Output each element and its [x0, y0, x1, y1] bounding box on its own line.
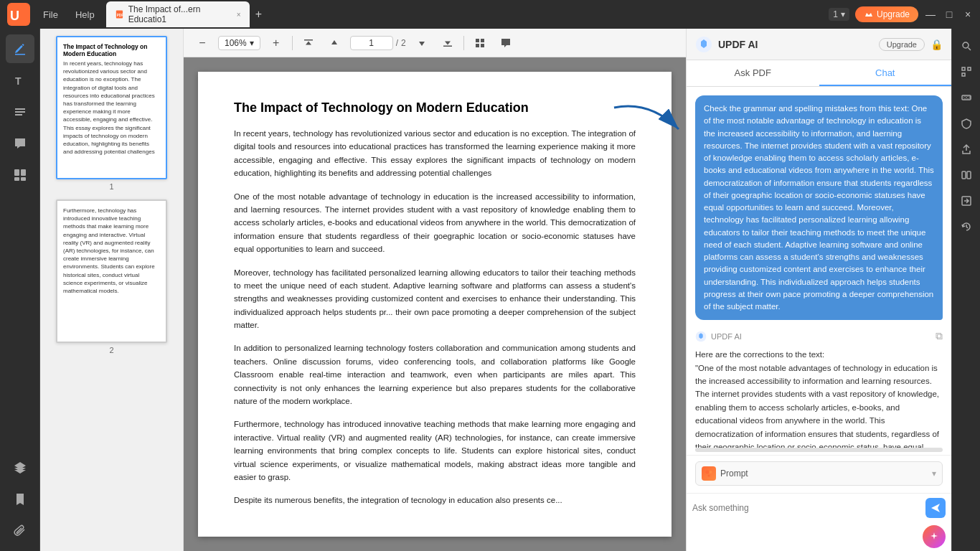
prompt-selector[interactable]: Prompt ▾	[695, 461, 943, 486]
pdf-para-4: In addition to personalized learning tec…	[234, 342, 636, 408]
ai-lock-icon[interactable]: 🔒	[930, 39, 943, 50]
sidebar-icon-comment[interactable]	[6, 129, 34, 158]
right-history-btn[interactable]	[955, 215, 978, 238]
ai-bottom-actions	[687, 522, 951, 551]
zoom-out-btn[interactable]: −	[192, 33, 212, 53]
zoom-in-btn[interactable]: +	[266, 33, 286, 53]
page-top-btn[interactable]	[298, 33, 319, 53]
new-tab-btn[interactable]: +	[251, 6, 266, 22]
titlebar-right: 1 ▾ Upgrade — □ ×	[829, 6, 974, 22]
ai-input-row	[687, 493, 951, 522]
pdf-para-2: One of the most notable advantage of tec…	[234, 190, 636, 256]
svg-rect-9	[21, 169, 26, 176]
sidebar-icon-bookmark[interactable]	[6, 485, 34, 514]
right-extract-btn[interactable]	[955, 189, 978, 212]
page-sep: /	[396, 38, 398, 48]
left-sidebar: T	[0, 29, 40, 551]
right-compare-btn[interactable]	[955, 164, 978, 187]
ai-panel-title: UPDF AI	[718, 39, 873, 50]
pdf-para-3: Moreover, technology has facilitated per…	[234, 266, 636, 332]
ai-floating-btn[interactable]	[923, 525, 946, 548]
ai-sender-label: UPDF AI	[711, 331, 742, 343]
svg-rect-13	[481, 39, 484, 42]
ai-stars-icon	[928, 531, 940, 542]
svg-text:U: U	[10, 9, 19, 23]
svg-point-21	[708, 475, 710, 477]
svg-rect-7	[15, 114, 22, 116]
pdf-title: The Impact of Technology on Modern Educa…	[234, 100, 636, 116]
ai-response-header: UPDF AI ⧉	[695, 329, 943, 344]
win-maximize[interactable]: □	[943, 8, 956, 21]
win-close[interactable]: ×	[961, 8, 974, 21]
svg-rect-24	[968, 67, 971, 70]
pdf-icon: PDF	[115, 9, 124, 19]
pdf-para-5: Furthermore, technology has introduced i…	[234, 418, 636, 484]
thumbnail-panel: The Impact of Technology on Modern Educa…	[40, 29, 184, 551]
sidebar-icon-edit[interactable]	[6, 34, 34, 63]
thumbnail-2[interactable]: Furthermore, technology has introduced i…	[47, 199, 176, 354]
ai-messages[interactable]: Check the grammar and spelling mistakes …	[687, 87, 951, 448]
sidebar-icon-pages[interactable]	[6, 161, 34, 189]
toolbar-sep-2	[463, 36, 464, 50]
svg-rect-11	[21, 177, 26, 181]
thumb-title-1: The Impact of Technology on Modern Educa…	[63, 43, 160, 57]
tab-bar: PDF The Impact of...ern Educatio1 × +	[106, 1, 824, 27]
ai-upgrade-btn[interactable]: Upgrade	[879, 38, 925, 51]
right-protect-btn[interactable]	[955, 112, 978, 135]
right-scan-btn[interactable]	[955, 60, 978, 83]
sidebar-icon-markup[interactable]	[6, 98, 34, 126]
svg-text:PDF: PDF	[116, 14, 123, 17]
ai-prompt-section: Prompt ▾	[687, 455, 951, 493]
zoom-display[interactable]: 106% ▾	[218, 36, 260, 50]
page-mode-btn[interactable]	[470, 33, 490, 53]
upgrade-button-title[interactable]: Upgrade	[855, 6, 918, 22]
ai-response-logo	[695, 331, 707, 342]
ai-tabs: Ask PDF Chat	[687, 60, 951, 87]
menu-help[interactable]: Help	[70, 6, 100, 23]
menu-file[interactable]: File	[37, 6, 64, 23]
pdf-para-1: In recent years, technology has revoluti…	[234, 127, 636, 180]
thumbnail-1[interactable]: The Impact of Technology on Modern Educa…	[47, 36, 176, 191]
thumbnail-img-1: The Impact of Technology on Modern Educa…	[56, 36, 167, 179]
tab-current[interactable]: PDF The Impact of...ern Educatio1 ×	[106, 1, 250, 27]
sidebar-icon-layers[interactable]	[6, 453, 34, 482]
user-message-bubble: Check the grammar and spelling mistakes …	[695, 95, 943, 320]
sidebar-icon-attachment[interactable]	[6, 517, 34, 545]
ai-response-bubble: UPDF AI ⧉ Here are the corrections to th…	[695, 329, 943, 448]
crown-icon	[864, 9, 874, 19]
pdf-content[interactable]: The Impact of Technology on Modern Educa…	[184, 57, 686, 551]
page-up-btn[interactable]	[324, 33, 344, 53]
ai-ask-input[interactable]	[692, 503, 920, 513]
app-logo: U	[6, 1, 32, 27]
ai-send-btn[interactable]	[925, 498, 946, 518]
page-down-btn[interactable]	[412, 33, 432, 53]
thumbnail-img-2: Furthermore, technology has introduced i…	[56, 199, 167, 343]
comment-btn[interactable]	[496, 33, 516, 53]
svg-rect-15	[481, 44, 484, 47]
pdf-toolbar: − 106% ▾ + 1 / 2	[184, 29, 686, 57]
page-nav: 1 / 2	[350, 36, 406, 50]
page-bottom-btn[interactable]	[438, 33, 458, 53]
svg-text:OCR: OCR	[963, 95, 972, 100]
tab-chat[interactable]: Chat	[819, 60, 952, 86]
sidebar-icon-text[interactable]: T	[6, 66, 34, 95]
svg-point-20	[710, 471, 712, 474]
copy-btn[interactable]: ⧉	[936, 329, 943, 344]
right-share-btn[interactable]	[955, 138, 978, 161]
tab-close-btn[interactable]: ×	[237, 11, 241, 19]
right-search-btn[interactable]	[955, 34, 978, 57]
thumb-text-1: In recent years, technology has revoluti…	[63, 60, 160, 156]
right-ocr-btn[interactable]: OCR	[955, 86, 978, 109]
prompt-label: Prompt	[720, 468, 928, 479]
svg-rect-23	[962, 67, 965, 70]
win-minimize[interactable]: —	[924, 8, 937, 21]
tab-ask-pdf[interactable]: Ask PDF	[687, 60, 819, 86]
page-selector[interactable]: 1 ▾	[829, 8, 849, 21]
sparkle-icon	[705, 469, 713, 478]
toolbar-sep-1	[292, 36, 293, 50]
svg-rect-28	[962, 171, 966, 179]
page-input[interactable]: 1	[350, 36, 393, 50]
send-icon	[930, 503, 941, 513]
svg-rect-29	[967, 171, 971, 179]
ai-panel: UPDF AI Upgrade 🔒 Ask PDF Chat Check the…	[686, 29, 951, 551]
